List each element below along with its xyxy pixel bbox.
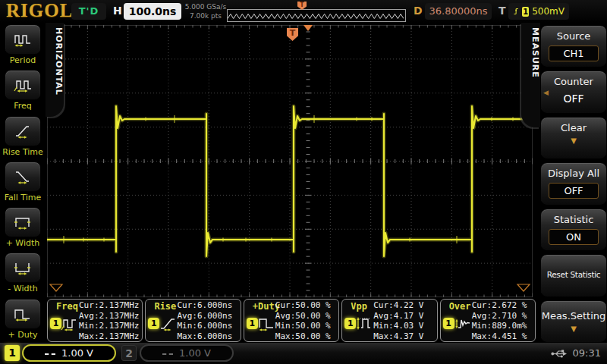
duty-meas-icon (257, 315, 275, 331)
menu-reset-statistic-button[interactable]: Reset Statistic (540, 254, 607, 297)
plus-width-icon (13, 215, 33, 230)
horizontal-tab: HORIZONTAL (46, 23, 64, 117)
counter-value: OFF (549, 91, 599, 107)
freq-meas-icon (61, 315, 79, 331)
channel-badge: 1 (50, 318, 61, 329)
delay-value[interactable]: 36.80000ns (425, 3, 492, 20)
ch2-scale-pill[interactable]: 1.00 V (140, 344, 234, 362)
timebase-value[interactable]: 100.0ns (124, 3, 181, 20)
rising-edge-icon (513, 5, 519, 17)
toolbar-item-pos-width[interactable]: + Width (0, 206, 46, 251)
channel-badge: 1 (247, 318, 258, 329)
measurement-panel-freq: Freq 1 Cur2.137MHz Avg2.137MHz Min2.137M… (47, 299, 143, 342)
waveform-overview-strip[interactable] (227, 9, 406, 22)
menu-statistic-button[interactable]: Statistic ON (540, 209, 607, 251)
rigol-logo: RIGOL (6, 0, 73, 21)
horizontal-label: H (113, 5, 122, 17)
source-value: CH1 (549, 46, 599, 61)
toolbar-item-pos-duty[interactable]: + Duty (0, 297, 46, 343)
measurement-panel-overshoot: Over 1 Cur2.672 % Avg2.710 % Min889.0m% … (440, 299, 536, 342)
top-status-bar: RIGOL T'D H 100.0ns 5.000 GSa/s 7.00k pt… (0, 0, 607, 23)
memory-depth: 7.00k pts (183, 11, 228, 20)
down-arrow-icon: ▼ (541, 325, 606, 333)
minus-width-icon (13, 260, 33, 275)
toolbar-item-period[interactable]: Period (0, 23, 46, 68)
period-icon (13, 32, 33, 47)
measurement-panel-vpp: Vpp 1 Cur4.22 V Avg4.17 V Min4.03 V Max4… (341, 299, 437, 342)
toolbar-item-freq[interactable]: Freq (0, 68, 46, 114)
plus-duty-icon (13, 306, 33, 322)
ch2-badge[interactable]: 2 (121, 345, 137, 361)
menu-counter-button[interactable]: ◀ Counter OFF (540, 71, 607, 113)
measure-tab: MEASURE (521, 23, 540, 127)
usb-icon (551, 349, 568, 359)
measure-soft-menu: Source CH1 ◀ Counter OFF Clear ▼ Display… (540, 23, 607, 343)
channel-status-bar: 1 1.00 V 2 1.00 V 09:31 (0, 343, 607, 364)
acquisition-info: 5.000 GSa/s 7.00k pts (183, 2, 228, 20)
menu-clear-button[interactable]: Clear ▼ (540, 117, 607, 159)
channel-badge: 1 (148, 318, 159, 329)
measure-item-toolbar: Period Freq Rise Time Fall Time (0, 23, 46, 343)
display-all-value: OFF (549, 183, 599, 199)
dc-coupling-icon (45, 351, 55, 355)
left-arrow-icon: ◀ (543, 89, 549, 96)
menu-source-button[interactable]: Source CH1 (540, 25, 607, 67)
delay-label: D (414, 5, 423, 17)
ch1-scale-value: 1.00 V (61, 347, 93, 359)
fall-time-icon (13, 169, 33, 184)
menu-display-all-button[interactable]: Display All OFF (540, 162, 607, 205)
ch1-badge[interactable]: 1 (5, 345, 20, 361)
waveform-plot (47, 25, 533, 297)
trigger-status-badge: T'D (71, 3, 106, 20)
statistic-value: ON (549, 229, 599, 245)
dc-coupling-icon (162, 351, 173, 355)
channel-badge: 1 (344, 318, 356, 329)
menu-meas-setting-button[interactable]: Meas.Setting ▼ (540, 300, 607, 343)
trigger-level-value: 500mV (532, 6, 565, 17)
vpp-meas-icon (355, 315, 373, 331)
toolbar-item-fall-time[interactable]: Fall Time (0, 160, 46, 206)
rise-time-icon (13, 124, 33, 139)
channel-badge: 1 (443, 318, 454, 329)
oscilloscope-screen: RIGOL T'D H 100.0ns 5.000 GSa/s 7.00k pt… (0, 0, 607, 364)
ch1-scale-pill[interactable]: 1.00 V (22, 344, 116, 362)
toolbar-item-neg-width[interactable]: - Width (0, 251, 46, 297)
trigger-info-box[interactable]: 1 500mV (508, 3, 569, 20)
toolbar-item-rise-time[interactable]: Rise Time (0, 115, 46, 160)
clock: 09:31 (573, 347, 601, 359)
trigger-label: T (498, 5, 506, 17)
sample-rate: 5.000 GSa/s (183, 2, 228, 11)
graticule-display (47, 25, 533, 297)
measurement-panels: Freq 1 Cur2.137MHz Avg2.137MHz Min2.137M… (47, 299, 536, 342)
trigger-channel-badge: 1 (522, 7, 529, 17)
ch2-scale-value: 1.00 V (179, 347, 211, 359)
measurement-panel-rise: Rise 1 Cur6.000ns Avg6.000ns Min6.000ns … (145, 299, 241, 342)
down-arrow-icon: ▼ (541, 136, 606, 145)
freq-icon (13, 77, 33, 93)
overview-waveform (228, 11, 404, 21)
measurement-panel-duty: +Duty 1 Cur50.00 % Avg50.00 % Min50.00 %… (244, 299, 339, 342)
overshoot-meas-icon (454, 315, 472, 331)
rise-meas-icon (159, 315, 177, 331)
